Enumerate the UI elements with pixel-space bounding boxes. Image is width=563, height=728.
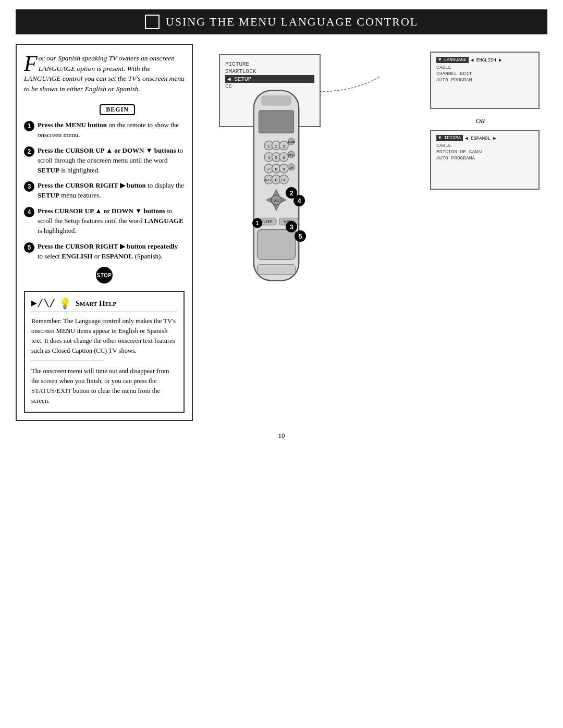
- remote-control: 1 2 3 PWR 4 5 6 CH+ 7: [209, 85, 354, 338]
- instructions-panel: F or our Spanish speaking TV owners an o…: [16, 44, 193, 421]
- page-number: 10: [0, 431, 563, 450]
- stop-circle: STOP: [96, 267, 113, 283]
- bulb-icon: 💡: [58, 297, 71, 310]
- intro-text: F or our Spanish speaking TV owners an o…: [24, 53, 185, 94]
- diagram-panel: PICTURE SMARTLOCK ◀ SETUP ▶ CC ▼ LANGUAG…: [193, 44, 547, 421]
- remote-step-3: 3: [286, 221, 297, 232]
- smart-help-body: Remember: The Language control only make…: [31, 316, 177, 355]
- svg-text:6: 6: [283, 155, 285, 160]
- triangle-decoration: ▶ ╱ ╲ ╱: [31, 299, 54, 307]
- svg-text:PWR: PWR: [288, 141, 295, 144]
- smart-help-divider: [31, 361, 104, 361]
- espanol-value: ◀ ESPANOL ▶: [465, 135, 496, 141]
- menu-picture: PICTURE: [225, 60, 314, 68]
- step-1: 1 Press the MENU button on the remote to…: [24, 120, 185, 140]
- english-screen: ▼ LANGUAGE ◀ ENGLISH ▶ CABLE CHANNEL EDI…: [430, 52, 540, 109]
- english-cable: CABLE: [436, 65, 533, 70]
- menu-smartlock: SMARTLOCK: [225, 68, 314, 75]
- or-label: OR: [476, 117, 485, 125]
- page-header: Using the Menu Language Control: [16, 9, 547, 34]
- step-3: 3 Press the CURSOR RIGHT ▶ button to dis…: [24, 181, 185, 201]
- step-text-1: Press the MENU button on the remote to s…: [38, 120, 185, 140]
- intro-body: or our Spanish speaking TV owners an ons…: [24, 54, 185, 93]
- svg-text:CH-: CH-: [289, 166, 294, 169]
- svg-rect-44: [258, 265, 296, 275]
- language-label: ▼ LANGUAGE: [436, 57, 469, 63]
- step-num-3: 3: [24, 181, 34, 192]
- espanol-cable: CABLE: [436, 143, 533, 149]
- step-2: 2 Press the CURSOR UP ▲ or DOWN ▼ button…: [24, 146, 185, 176]
- svg-text:4: 4: [267, 155, 270, 160]
- english-auto-program: AUTO PROGRAM: [436, 77, 533, 83]
- svg-text:8: 8: [275, 167, 277, 171]
- svg-text:3: 3: [283, 144, 285, 149]
- begin-badge: Begin: [100, 104, 135, 115]
- remote-step-5: 5: [295, 230, 306, 242]
- step-num-2: 2: [24, 146, 34, 157]
- step-text-2: Press the CURSOR UP ▲ or DOWN ▼ buttons …: [38, 146, 185, 176]
- remote-svg: 1 2 3 PWR 4 5 6 CH+ 7: [209, 85, 344, 336]
- espanol-screen: ▼ IDIOMA ◀ ESPANOL ▶ CABLE EDICION DE CA…: [430, 130, 540, 190]
- step-num-5: 5: [24, 242, 34, 253]
- step-text-4: Press CURSOR UP ▲ or DOWN ▼ buttons to s…: [38, 206, 185, 236]
- stop-badge: STOP: [24, 267, 185, 283]
- dropcap: F: [24, 55, 38, 73]
- svg-text:CH+: CH+: [288, 154, 295, 157]
- svg-text:1: 1: [256, 220, 259, 226]
- idioma-label: ▼ IDIOMA: [436, 135, 463, 141]
- svg-rect-1: [261, 95, 291, 105]
- svg-text:7: 7: [267, 167, 270, 171]
- step-text-5: Press the CURSOR RIGHT ▶ button repeated…: [38, 242, 185, 262]
- svg-rect-2: [259, 110, 293, 133]
- svg-text:9: 9: [283, 167, 285, 171]
- svg-text:2: 2: [275, 144, 277, 149]
- smart-help-header: ▶ ╱ ╲ ╱ 💡 Smart Help: [31, 297, 177, 312]
- setup-arrow: ▶: [309, 76, 312, 82]
- svg-text:5: 5: [275, 155, 277, 160]
- step-text-3: Press the CURSOR RIGHT ▶ button to displ…: [38, 181, 185, 201]
- page-title: Using the Menu Language Control: [166, 15, 418, 29]
- smart-help-box: ▶ ╱ ╲ ╱ 💡 Smart Help Remember: The Langu…: [24, 291, 185, 413]
- svg-text:1: 1: [267, 144, 270, 149]
- english-lang-row: ▼ LANGUAGE ◀ ENGLISH ▶: [436, 57, 533, 63]
- svg-rect-43: [258, 229, 296, 260]
- smart-help-extra: The onscreen menu will time out and disa…: [31, 366, 177, 405]
- english-value: ◀ ENGLISH ▶: [471, 57, 501, 63]
- smart-help-title: Smart Help: [76, 299, 116, 308]
- remote-step-4: 4: [293, 195, 305, 206]
- svg-text:CC: CC: [282, 178, 287, 182]
- step-4: 4 Press CURSOR UP ▲ or DOWN ▼ buttons to…: [24, 206, 185, 236]
- english-channel-edit: CHANNEL EDIT: [436, 71, 533, 77]
- step-num-4: 4: [24, 207, 34, 217]
- espanol-edicion: EDICION DE CANAL: [436, 149, 533, 155]
- svg-text:0: 0: [275, 178, 277, 182]
- espanol-lang-row: ▼ IDIOMA ◀ ESPANOL ▶: [436, 135, 533, 141]
- svg-text:VOL: VOL: [273, 199, 279, 202]
- svg-text:SLEEP: SLEEP: [261, 220, 273, 224]
- step-5: 5 Press the CURSOR RIGHT ▶ button repeat…: [24, 242, 185, 262]
- menu-setup: ◀ SETUP ▶: [225, 75, 314, 83]
- espanol-auto-programa: AUTO PROGRAMA: [436, 155, 533, 161]
- step-num-1: 1: [24, 121, 34, 131]
- tv-icon: [145, 15, 160, 29]
